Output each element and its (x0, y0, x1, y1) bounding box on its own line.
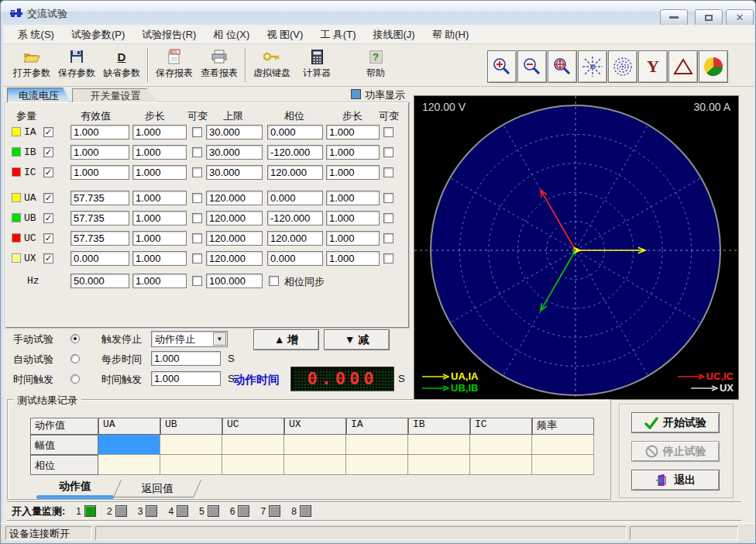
limit-input[interactable] (206, 191, 263, 205)
frequency-step-input[interactable] (132, 274, 187, 288)
time-trigger-input[interactable] (151, 371, 221, 386)
concentric-circles-view-button[interactable] (608, 50, 637, 83)
pie-view-button[interactable] (699, 50, 728, 83)
minimize-button[interactable] (660, 9, 688, 26)
decrease-button[interactable]: ▼ 减 (324, 329, 390, 350)
tab-switch-settings[interactable]: 开关量设置 (72, 88, 159, 102)
result-cell[interactable] (284, 435, 346, 455)
enable-checkbox[interactable] (43, 193, 53, 203)
tab-return-values[interactable]: 返回值 (113, 480, 201, 498)
step-input[interactable] (132, 231, 187, 246)
menu-view[interactable]: 视 图(V) (258, 25, 311, 44)
phase-variable-checkbox[interactable] (383, 147, 393, 157)
phase-input[interactable] (267, 251, 323, 266)
result-cell[interactable] (284, 455, 346, 475)
increase-button[interactable]: ▲ 增 (253, 329, 319, 350)
phase-step-input[interactable] (326, 251, 380, 266)
result-cell[interactable] (160, 435, 222, 455)
phase-variable-checkbox[interactable] (383, 233, 393, 243)
result-cell[interactable] (160, 455, 222, 475)
restore-button[interactable] (695, 9, 723, 26)
calculator-button[interactable]: 计算器 (294, 46, 339, 84)
variable-checkbox[interactable] (192, 167, 202, 177)
step-input[interactable] (132, 125, 187, 139)
dropdown-arrow-icon[interactable]: ▼ (213, 332, 226, 346)
zoom-in-button[interactable] (487, 50, 517, 83)
tab-action-values[interactable]: 动作值 (36, 480, 114, 499)
variable-checkbox[interactable] (192, 147, 202, 157)
exit-button[interactable]: 退出 (631, 470, 720, 491)
step-input[interactable] (132, 251, 187, 266)
tab-current-voltage[interactable]: 电流电压 (7, 88, 70, 102)
result-cell[interactable] (532, 455, 594, 475)
rms-input[interactable] (70, 165, 129, 180)
phase-variable-checkbox[interactable] (383, 167, 393, 177)
result-cell[interactable] (346, 435, 408, 455)
phase-variable-checkbox[interactable] (383, 127, 393, 137)
rms-input[interactable] (70, 251, 129, 266)
help-button[interactable]: ? 帮助 (353, 46, 398, 84)
enable-checkbox[interactable] (43, 233, 53, 243)
manual-test-radio[interactable] (70, 334, 80, 343)
result-cell[interactable] (408, 435, 470, 455)
save-report-button[interactable]: EXL 保存报表 (152, 46, 197, 84)
limit-input[interactable] (206, 231, 263, 246)
menu-wiring-diagram[interactable]: 接线图(J) (364, 25, 423, 44)
step-time-input[interactable] (151, 351, 221, 366)
step-input[interactable] (132, 211, 187, 226)
step-input[interactable] (132, 145, 187, 160)
rms-input[interactable] (70, 211, 129, 226)
result-cell[interactable] (408, 455, 470, 475)
power-display-checkbox[interactable] (351, 89, 361, 99)
phase-step-input[interactable] (326, 231, 380, 246)
frequency-input[interactable] (70, 274, 129, 288)
enable-checkbox[interactable] (43, 147, 53, 157)
trigger-stop-dropdown[interactable]: 动作停止 ▼ (151, 331, 228, 347)
result-cell[interactable] (222, 435, 284, 455)
rms-input[interactable] (70, 145, 129, 160)
variable-checkbox[interactable] (192, 213, 202, 223)
rms-input[interactable] (70, 125, 129, 139)
start-test-button[interactable]: 开始试验 (631, 412, 720, 433)
frequency-limit-input[interactable] (206, 274, 263, 288)
rays-view-button[interactable] (578, 50, 607, 83)
variable-checkbox[interactable] (192, 253, 202, 263)
menu-tools[interactable]: 工 具(T) (311, 25, 364, 44)
phase-variable-checkbox[interactable] (383, 213, 393, 223)
variable-checkbox[interactable] (192, 233, 202, 243)
menu-test-report[interactable]: 试验报告(R) (133, 25, 204, 44)
step-input[interactable] (132, 165, 187, 180)
delta-view-button[interactable] (668, 50, 698, 83)
step-input[interactable] (132, 191, 187, 205)
result-cell[interactable] (532, 435, 594, 455)
limit-input[interactable] (206, 251, 263, 266)
phase-sync-checkbox[interactable] (269, 276, 279, 286)
default-params-button[interactable]: D 缺省参数 (99, 46, 144, 84)
view-report-button[interactable]: 查看报表 (197, 46, 242, 84)
menu-system[interactable]: 系 统(S) (9, 25, 63, 44)
auto-test-radio[interactable] (70, 354, 80, 363)
limit-input[interactable] (206, 145, 263, 160)
limit-input[interactable] (206, 211, 263, 226)
phase-input[interactable] (267, 191, 323, 205)
zoom-full-button[interactable] (548, 50, 577, 83)
enable-checkbox[interactable] (43, 167, 53, 177)
zoom-out-button[interactable] (517, 50, 547, 83)
variable-checkbox[interactable] (192, 193, 202, 203)
save-params-button[interactable]: 保存参数 (54, 46, 99, 84)
enable-checkbox[interactable] (43, 127, 53, 137)
enable-checkbox[interactable] (43, 253, 53, 263)
phase-input[interactable] (267, 145, 323, 160)
rms-input[interactable] (70, 231, 129, 246)
open-params-button[interactable]: 打开参数 (9, 46, 54, 84)
phase-step-input[interactable] (326, 191, 380, 205)
time-trigger-radio[interactable] (70, 374, 80, 384)
close-button[interactable]: ✕ (726, 9, 754, 26)
phase-step-input[interactable] (326, 165, 380, 180)
phase-input[interactable] (267, 231, 323, 246)
phase-input[interactable] (267, 125, 323, 139)
virtual-keyboard-button[interactable]: 虚拟键盘 (249, 46, 294, 84)
result-cell[interactable] (470, 455, 532, 475)
result-cell[interactable] (98, 435, 160, 455)
limit-input[interactable] (206, 165, 263, 180)
